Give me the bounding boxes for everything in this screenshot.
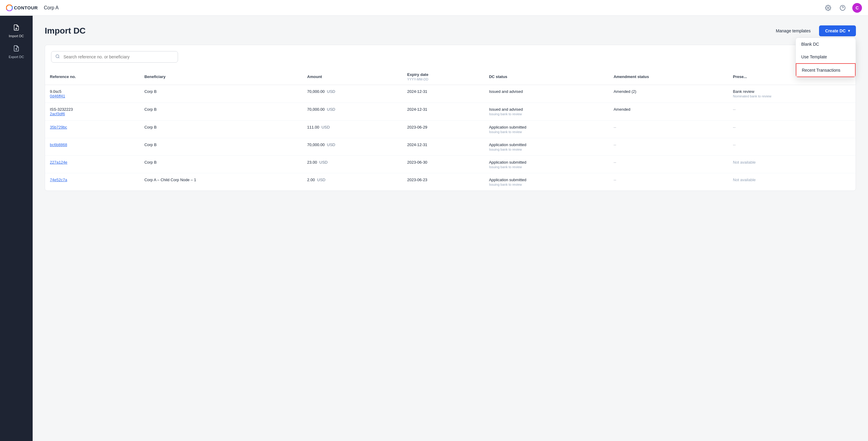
dropdown-item-blank-dc[interactable]: Blank DC [796, 38, 856, 51]
cell-ref: 35b729bc [45, 121, 140, 138]
cell-ref: ISS-3232223 2acf3df6 [45, 103, 140, 121]
col-expiry-date: Expiry date YYYY-MM-DD [402, 69, 484, 85]
sidebar-item-import-dc-label: Import DC [9, 34, 24, 38]
table-header: Reference no. Beneficiary Amount Expiry … [45, 69, 856, 85]
cell-expiry: 2024-12-31 [402, 103, 484, 121]
sidebar-item-import-dc[interactable]: Import DC [0, 21, 33, 41]
cell-dc-status: Issued and advised Issuing bank to revie… [484, 103, 609, 121]
svg-line-8 [58, 57, 59, 58]
cell-beneficiary: Corp B [140, 138, 303, 156]
cell-amendment: Amended [609, 103, 728, 121]
cell-amount: 70,000.00 USD [302, 85, 402, 103]
create-dc-button[interactable]: Create DC ▾ [819, 25, 856, 36]
contour-logo-text: CONTOUR [14, 5, 38, 10]
col-beneficiary: Beneficiary [140, 69, 303, 85]
table-body: 9.0sc5 0d46ff41 Corp B 70,000.00 USD 202… [45, 85, 856, 191]
cell-dc-status: Issued and advised [484, 85, 609, 103]
cell-beneficiary: Corp B [140, 121, 303, 138]
cell-presentation: Not available [728, 173, 856, 191]
cell-amendment: -- [609, 138, 728, 156]
table-row: 74e52c7a Corp A – Child Corp Node – 1 2.… [45, 173, 856, 191]
search-icon [55, 54, 60, 60]
search-section [45, 45, 856, 63]
create-dc-label: Create DC [825, 28, 846, 33]
cell-expiry: 2023-06-30 [402, 156, 484, 173]
corp-name: Corp A [44, 5, 59, 10]
cell-expiry: 2024-12-31 [402, 85, 484, 103]
chevron-down-icon: ▾ [848, 29, 850, 33]
table-row: 227a124e Corp B 23.00 USD 2023-06-30 App… [45, 156, 856, 173]
page-title: Import DC [45, 26, 86, 36]
ref-link[interactable]: 227a124e [50, 160, 67, 165]
cell-dc-status: Application submitted Issuing bank to re… [484, 138, 609, 156]
help-icon [840, 5, 846, 11]
ref-link[interactable]: 0d46ff41 [50, 94, 65, 98]
cell-amendment: -- [609, 121, 728, 138]
create-dc-dropdown: Blank DC Use Template Recent Transaction… [796, 37, 856, 78]
col-dc-status: DC status [484, 69, 609, 85]
cell-ref: 74e52c7a [45, 173, 140, 191]
cell-ref: 9.0sc5 0d46ff41 [45, 85, 140, 103]
import-dc-icon [13, 24, 20, 32]
ref-link[interactable]: bc6b8868 [50, 143, 67, 147]
avatar[interactable]: C [852, 3, 862, 13]
cell-beneficiary: Corp A – Child Corp Node – 1 [140, 173, 303, 191]
col-reference-no: Reference no. [45, 69, 140, 85]
table-row: ISS-3232223 2acf3df6 Corp B 70,000.00 US… [45, 103, 856, 121]
help-button[interactable] [838, 3, 847, 13]
cell-presentation: -- [728, 103, 856, 121]
svg-point-1 [828, 7, 829, 8]
search-wrap [51, 51, 849, 63]
cell-dc-status: Application submitted Issuing bank to re… [484, 121, 609, 138]
export-dc-icon [13, 45, 20, 53]
table-row: 9.0sc5 0d46ff41 Corp B 70,000.00 USD 202… [45, 85, 856, 103]
col-amount: Amount [302, 69, 402, 85]
cell-amount: 2.00 USD [302, 173, 402, 191]
ref-link[interactable]: 74e52c7a [50, 178, 67, 182]
cell-ref: bc6b8868 [45, 138, 140, 156]
cell-amendment: -- [609, 156, 728, 173]
cell-presentation: Not available [728, 156, 856, 173]
page-header: Import DC Manage templates Create DC ▾ B… [45, 25, 856, 36]
table-row: bc6b8868 Corp B 70,000.00 USD 2024-12-31… [45, 138, 856, 156]
logo-area: CONTOUR Corp A [6, 4, 59, 11]
cell-dc-status: Application submitted Issuing bank to re… [484, 156, 609, 173]
cell-beneficiary: Corp B [140, 156, 303, 173]
cell-amendment: -- [609, 173, 728, 191]
sidebar-item-export-dc-label: Export DC [9, 55, 24, 59]
cell-amount: 70,000.00 USD [302, 138, 402, 156]
dropdown-item-use-template[interactable]: Use Template [796, 51, 856, 63]
main-content: Import DC Manage templates Create DC ▾ B… [33, 16, 868, 441]
transactions-table: Reference no. Beneficiary Amount Expiry … [45, 69, 856, 190]
contour-logo: CONTOUR [6, 4, 38, 11]
topnav: CONTOUR Corp A C [0, 0, 868, 16]
cell-amount: 111.00 USD [302, 121, 402, 138]
cell-amount: 70,000.00 USD [302, 103, 402, 121]
contour-logo-icon [6, 4, 13, 11]
table-card: Reference no. Beneficiary Amount Expiry … [45, 45, 856, 191]
sidebar-item-export-dc[interactable]: Export DC [0, 41, 33, 62]
ref-link[interactable]: 2acf3df6 [50, 112, 65, 116]
table-row: 35b729bc Corp B 111.00 USD 2023-06-29 Ap… [45, 121, 856, 138]
settings-button[interactable] [823, 3, 833, 13]
col-amendment-status: Amendment status [609, 69, 728, 85]
manage-templates-button[interactable]: Manage templates [772, 26, 814, 36]
cell-dc-status: Application submitted Issuing bank to re… [484, 173, 609, 191]
search-input[interactable] [51, 51, 178, 63]
dropdown-item-recent-transactions[interactable]: Recent Transactions [796, 63, 856, 77]
cell-ref: 227a124e [45, 156, 140, 173]
cell-expiry: 2024-12-31 [402, 138, 484, 156]
cell-presentation: -- [728, 121, 856, 138]
create-dc-wrapper: Create DC ▾ Blank DC Use Template Recent… [819, 25, 856, 36]
svg-point-7 [56, 55, 59, 58]
cell-presentation: -- [728, 138, 856, 156]
gear-icon [825, 5, 831, 11]
cell-expiry: 2023-06-29 [402, 121, 484, 138]
cell-expiry: 2023-06-23 [402, 173, 484, 191]
cell-beneficiary: Corp B [140, 103, 303, 121]
ref-link[interactable]: 35b729bc [50, 125, 67, 129]
cell-amount: 23.00 USD [302, 156, 402, 173]
header-actions: Manage templates Create DC ▾ Blank DC Us… [772, 25, 856, 36]
cell-beneficiary: Corp B [140, 85, 303, 103]
cell-amendment: Amended (2) [609, 85, 728, 103]
